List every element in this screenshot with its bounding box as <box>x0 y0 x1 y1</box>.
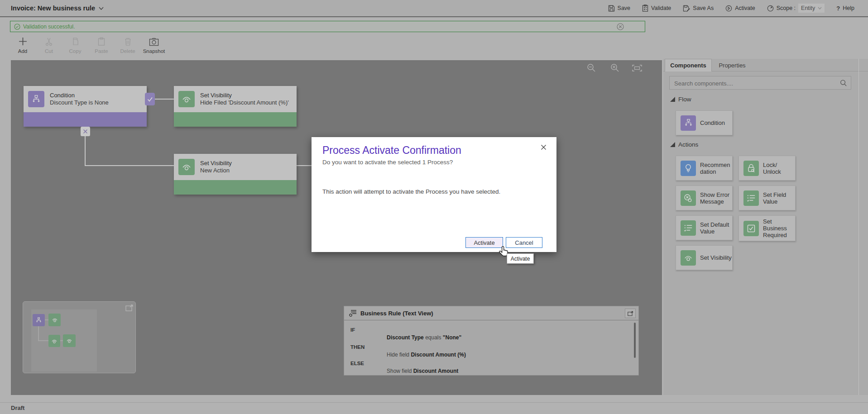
validation-banner: Validation successful. <box>10 21 645 32</box>
minimap-action-node <box>63 334 76 347</box>
zoom-out-icon[interactable] <box>587 63 596 72</box>
else-label: ELSE <box>350 361 364 366</box>
component-set-field-value[interactable]: Set Field Value <box>739 186 796 210</box>
dialog-activate-button[interactable]: Activate <box>465 237 503 248</box>
cut-icon <box>36 35 62 46</box>
chevron-down-icon <box>818 7 822 10</box>
process-title-dropdown[interactable]: Invoice: New business rule <box>11 5 104 12</box>
section-flow[interactable]: Flow <box>670 96 691 103</box>
node-subtitle: Hide Filed 'Dsiscount Amount (%)' <box>200 99 289 106</box>
close-icon[interactable] <box>541 144 547 150</box>
validate-button[interactable]: Validate <box>642 5 671 12</box>
text-view-panel: Business Rule (Text View) IF Discount Ty… <box>344 306 639 376</box>
condition-node[interactable]: Condition Discount Type is None <box>24 86 147 127</box>
status-badge: Draft <box>11 404 24 411</box>
camera-icon <box>141 35 167 46</box>
condition-icon <box>681 115 696 131</box>
tab-components[interactable]: Components <box>665 59 712 71</box>
dialog-body-text: This action will attempt to activate the… <box>322 188 500 195</box>
components-panel: Components Properties Flow Condition Act… <box>663 59 868 395</box>
dialog-cancel-button[interactable]: Cancel <box>506 237 542 248</box>
save-as-button[interactable]: Save As <box>683 5 714 12</box>
activate-tooltip: Activate <box>507 253 534 264</box>
process-activate-dialog: Process Activate Confirmation Do you wan… <box>312 137 556 252</box>
set-visibility-node-2[interactable]: Set Visibility New Action <box>174 154 297 195</box>
paste-icon <box>88 35 115 46</box>
snapshot-button[interactable]: Snapshot <box>141 35 167 54</box>
scope-control[interactable]: Scope : Entity <box>767 4 825 13</box>
condition-node-body <box>24 112 147 127</box>
minimap-action-node <box>48 314 61 326</box>
zoom-in-icon[interactable] <box>610 63 619 72</box>
scope-label: Scope : <box>777 5 796 11</box>
text-view-scrollbar[interactable] <box>634 323 636 358</box>
search-icon[interactable] <box>839 79 847 87</box>
fit-to-screen-icon[interactable] <box>632 65 642 71</box>
activate-icon <box>725 5 732 12</box>
copy-icon <box>62 35 88 46</box>
connector-condition-sv1 <box>155 99 174 100</box>
check-circle-icon <box>14 24 20 30</box>
true-branch-badge <box>145 93 155 105</box>
visibility-icon <box>178 91 195 107</box>
set-visibility-node-2-body <box>174 180 297 195</box>
node-title: Condition <box>50 92 109 99</box>
panel-scrollbar[interactable] <box>858 59 859 395</box>
paste-button[interactable]: Paste <box>88 35 115 54</box>
connector-sv2-out <box>297 165 312 166</box>
page-title: Invoice: New business rule <box>11 5 95 12</box>
add-button[interactable]: Add <box>10 35 36 54</box>
minimap-action-node <box>48 335 60 347</box>
help-icon: ? <box>836 5 840 12</box>
save-button[interactable]: Save <box>608 5 631 12</box>
search-input[interactable] <box>670 76 838 90</box>
cut-button[interactable]: Cut <box>36 35 62 54</box>
expand-icon[interactable] <box>625 309 636 318</box>
lightbulb-icon <box>681 161 696 176</box>
minimap[interactable] <box>23 301 136 373</box>
collapse-triangle-icon <box>670 142 675 147</box>
component-set-visibility[interactable]: Set Visibility <box>676 245 733 270</box>
dialog-title: Process Activate Confirmation <box>322 144 461 157</box>
save-as-label: Save As <box>693 5 714 11</box>
component-show-error-message[interactable]: Show Error Message <box>676 186 733 210</box>
copy-button[interactable]: Copy <box>62 35 88 54</box>
delete-button[interactable]: Delete <box>115 35 141 54</box>
node-subtitle: Discount Type is None <box>50 99 109 106</box>
connector-vertical <box>85 136 86 166</box>
component-set-business-required[interactable]: Set Business Required <box>739 215 796 241</box>
if-label: IF <box>350 327 355 333</box>
default-value-icon <box>681 220 696 236</box>
delete-icon <box>115 35 141 46</box>
activate-label: Activate <box>735 5 755 11</box>
scope-dropdown[interactable]: Entity <box>798 4 825 13</box>
text-view-header: Business Rule (Text View) <box>344 306 638 320</box>
section-actions[interactable]: Actions <box>670 141 698 148</box>
node-title: Set Visibility <box>200 92 289 99</box>
component-lock-unlock[interactable]: Lock/ Unlock <box>739 156 796 181</box>
tab-properties[interactable]: Properties <box>712 59 753 71</box>
close-icon[interactable] <box>616 23 624 31</box>
activate-button[interactable]: Activate <box>725 5 755 12</box>
component-recommendation[interactable]: Recommendation <box>676 156 733 181</box>
false-branch-badge[interactable] <box>81 127 90 136</box>
component-set-default-value[interactable]: Set Default Value <box>676 215 733 240</box>
visibility-icon <box>178 159 195 175</box>
node-subtitle: New Action <box>200 167 232 174</box>
condition-row: Discount Type equals "None" <box>387 334 461 341</box>
minimap-connector <box>45 319 48 320</box>
text-view-title: Business Rule (Text View) <box>360 310 433 317</box>
help-label: Help <box>843 5 854 11</box>
component-condition[interactable]: Condition <box>676 110 733 135</box>
app-window: Invoice: New business rule Save Validate… <box>0 0 868 414</box>
visibility-icon <box>681 250 696 266</box>
collapse-triangle-icon <box>670 97 675 102</box>
help-button[interactable]: ? Help <box>836 5 854 12</box>
set-visibility-node-1[interactable]: Set Visibility Hide Filed 'Dsiscount Amo… <box>174 86 297 127</box>
minimap-condition-node <box>33 314 45 326</box>
else-row: Show field Discount Amount <box>387 368 458 374</box>
error-message-icon <box>681 190 696 206</box>
statusbar-divider <box>0 402 868 403</box>
command-bar: Save Validate Save As Activate Scope : E… <box>608 0 854 16</box>
minimap-resize-icon[interactable] <box>125 305 134 311</box>
